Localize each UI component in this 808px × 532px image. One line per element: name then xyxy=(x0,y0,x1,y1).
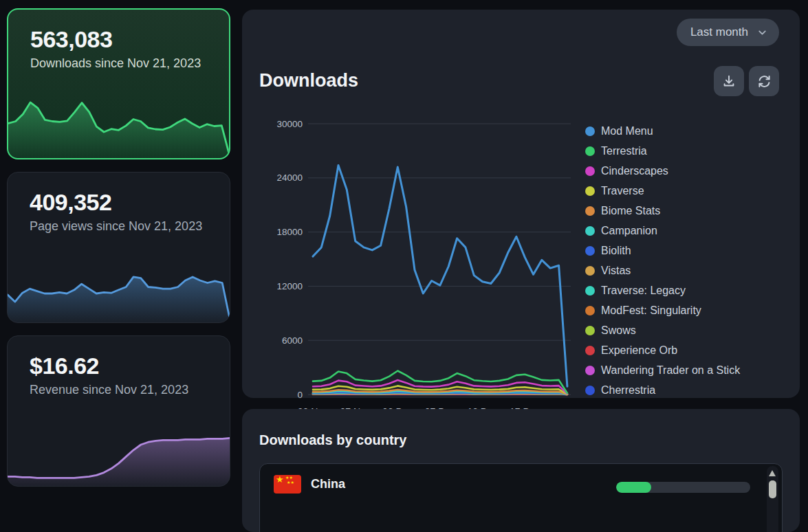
stat-card-downloads[interactable]: 563,083 Downloads since Nov 21, 2023 xyxy=(7,8,230,159)
stat-card-revenue[interactable]: $16.62 Revenue since Nov 21, 2023 xyxy=(7,335,230,487)
legend-label: Biolith xyxy=(601,245,631,257)
legend-dot-icon xyxy=(585,206,595,216)
page-views-total: 409,352 xyxy=(8,173,230,216)
legend-item[interactable]: Traverse: Legacy xyxy=(585,280,740,300)
legend-dot-icon xyxy=(585,386,595,395)
svg-text:24000: 24000 xyxy=(276,173,303,183)
legend-dot-icon xyxy=(585,366,595,375)
scrollbar-thumb[interactable] xyxy=(769,480,776,498)
revenue-caption: Revenue since Nov 21, 2023 xyxy=(8,379,230,398)
legend-label: Campanion xyxy=(601,225,657,237)
svg-text:18000: 18000 xyxy=(276,227,303,237)
country-downloads-bar xyxy=(616,482,750,493)
svg-text:12000: 12000 xyxy=(276,281,303,291)
legend-label: Vistas xyxy=(601,265,631,277)
legend-item[interactable]: ModFest: Singularity xyxy=(585,300,740,320)
legend-label: Wandering Trader on a Stick xyxy=(601,364,740,377)
downloads-sparkline xyxy=(8,95,229,158)
legend-item[interactable]: Swows xyxy=(585,320,740,340)
legend-item[interactable]: Experience Orb xyxy=(585,340,740,360)
legend-label: Traverse xyxy=(601,185,644,197)
legend-label: Biome Stats xyxy=(601,205,660,217)
page-views-sparkline xyxy=(8,259,230,322)
country-list-scrollbar[interactable] xyxy=(767,466,778,532)
legend-item[interactable]: Biolith xyxy=(585,241,740,261)
legend-dot-icon xyxy=(585,286,595,296)
legend-dot-icon xyxy=(585,146,595,156)
country-bar-fill xyxy=(616,482,651,493)
country-name: China xyxy=(311,477,345,491)
legend-item[interactable]: Cinderscapes xyxy=(585,161,740,181)
download-icon xyxy=(721,74,736,89)
country-list: ★ ★★ ★★ China xyxy=(259,463,783,532)
china-flag-icon: ★ ★★ ★★ xyxy=(274,475,301,494)
downloads-by-country-panel: Downloads by country ★ ★★ ★★ China xyxy=(242,409,800,532)
svg-text:30000: 30000 xyxy=(276,119,303,129)
legend-label: Swows xyxy=(601,324,636,337)
revenue-sparkline xyxy=(8,423,230,486)
stat-card-page-views[interactable]: 409,352 Page views since Nov 21, 2023 xyxy=(7,172,230,323)
refresh-button[interactable] xyxy=(749,66,779,96)
legend-dot-icon xyxy=(585,266,595,276)
legend-label: Mod Menu xyxy=(601,125,653,137)
downloads-line-chart: 060001200018000240003000022 Nov27 Nov02 … xyxy=(242,113,586,436)
legend-label: Cinderscapes xyxy=(601,165,668,177)
legend-dot-icon xyxy=(585,186,595,196)
legend-label: Experience Orb xyxy=(601,344,677,357)
page-views-caption: Page views since Nov 21, 2023 xyxy=(8,216,230,234)
downloads-caption: Downloads since Nov 21, 2023 xyxy=(8,53,229,71)
legend-item[interactable]: Mod Menu xyxy=(585,121,740,141)
legend-item[interactable]: Wandering Trader on a Stick xyxy=(585,360,740,380)
svg-text:0: 0 xyxy=(297,390,303,400)
legend-dot-icon xyxy=(585,306,595,315)
scrollbar-up-arrow-icon[interactable] xyxy=(769,470,776,476)
panel-title: Downloads xyxy=(259,70,358,91)
legend-dot-icon xyxy=(585,126,595,136)
main-column: Last month Downloads 06000120 xyxy=(242,10,800,532)
legend-label: Terrestria xyxy=(601,145,647,157)
downloads-panel: Last month Downloads 06000120 xyxy=(242,10,800,398)
legend-item[interactable]: Terrestria xyxy=(585,141,740,161)
legend-item[interactable]: Biome Stats xyxy=(585,201,740,221)
chart-legend: Mod MenuTerrestriaCinderscapesTraverseBi… xyxy=(585,121,740,400)
legend-label: Traverse: Legacy xyxy=(601,285,686,297)
legend-item[interactable]: Vistas xyxy=(585,261,740,280)
stats-sidebar: 563,083 Downloads since Nov 21, 2023 409… xyxy=(7,8,230,532)
legend-label: ModFest: Singularity xyxy=(601,304,701,317)
legend-item[interactable]: Campanion xyxy=(585,221,740,241)
export-button[interactable] xyxy=(714,66,744,96)
downloads-total: 563,083 xyxy=(8,10,229,53)
legend-item[interactable]: Traverse xyxy=(585,181,740,201)
refresh-icon xyxy=(756,74,772,89)
country-panel-title: Downloads by country xyxy=(259,432,406,448)
analytics-page: 563,083 Downloads since Nov 21, 2023 409… xyxy=(0,0,808,532)
legend-label: Cherrestria xyxy=(601,384,655,397)
legend-dot-icon xyxy=(585,226,595,236)
legend-dot-icon xyxy=(585,246,595,256)
legend-dot-icon xyxy=(585,346,595,355)
revenue-total: $16.62 xyxy=(8,336,230,379)
country-row-china: ★ ★★ ★★ China xyxy=(260,464,782,505)
svg-text:6000: 6000 xyxy=(282,335,303,346)
date-range-selector[interactable]: Last month xyxy=(677,19,779,46)
chevron-down-icon xyxy=(756,27,768,38)
legend-dot-icon xyxy=(585,166,595,176)
date-range-label: Last month xyxy=(690,25,748,39)
legend-item[interactable]: Cherrestria xyxy=(585,380,740,400)
chart-actions xyxy=(714,66,779,96)
legend-dot-icon xyxy=(585,326,595,335)
